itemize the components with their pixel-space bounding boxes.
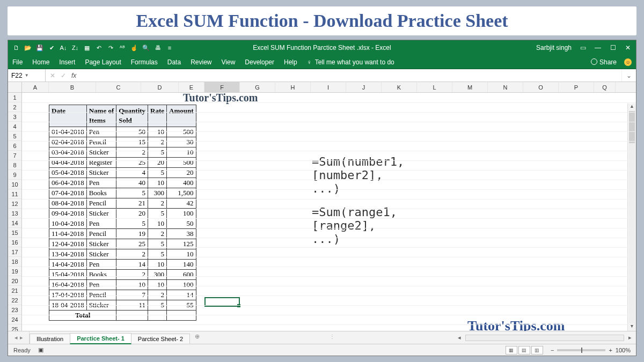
table-cell[interactable]: 100	[167, 280, 196, 290]
row-header-14[interactable]: 14	[8, 218, 21, 228]
tab-help[interactable]: Help	[284, 58, 297, 66]
row-header-25[interactable]: 25	[8, 324, 21, 331]
table-cell[interactable]: 50	[116, 127, 148, 137]
table-cell[interactable]: Register	[86, 158, 116, 168]
name-box[interactable]: F22 ▼	[8, 69, 46, 82]
table-cell[interactable]: 20	[148, 158, 167, 168]
table-cell[interactable]: Pencil	[86, 290, 116, 300]
row-header-2[interactable]: 2	[8, 102, 21, 112]
table-cell[interactable]: Pen	[86, 219, 116, 229]
restore-icon[interactable]: ☐	[609, 44, 617, 51]
table-cell[interactable]: 500	[167, 127, 196, 137]
scroll-left-icon[interactable]: ◂	[456, 334, 463, 341]
table-cell[interactable]: 10	[116, 280, 148, 290]
table-cell[interactable]: 5	[148, 249, 167, 260]
table-cell[interactable]: Sticker	[86, 249, 116, 260]
sheet-tab[interactable]: Parctice Sheet- 2	[131, 334, 190, 344]
formula-input[interactable]	[80, 69, 621, 82]
col-header-D[interactable]: D	[141, 82, 179, 92]
table-cell[interactable]: Sticker	[86, 147, 116, 158]
next-sheet-icon[interactable]: ▸	[20, 334, 23, 341]
table-cell[interactable]: 2	[148, 290, 167, 300]
row-header-21[interactable]: 21	[8, 286, 21, 295]
col-header-P[interactable]: P	[559, 82, 594, 92]
table-cell[interactable]: Sticker	[86, 209, 116, 219]
sheet-nav[interactable]: ◂ ▸	[8, 331, 30, 344]
table-cell[interactable]: 15	[116, 137, 148, 147]
macro-record-icon[interactable]: ▣	[38, 346, 43, 353]
table-cell[interactable]: 140	[167, 260, 196, 270]
table-cell[interactable]: Pen	[86, 280, 116, 290]
table-cell[interactable]: 2	[116, 147, 148, 158]
col-header-M[interactable]: M	[452, 82, 488, 92]
table-cell[interactable]: 08-04-2018	[49, 198, 87, 209]
zoom-in-icon[interactable]: +	[609, 347, 612, 353]
total-cell[interactable]	[116, 311, 148, 321]
enter-icon[interactable]: ✓	[61, 72, 66, 79]
table-cell[interactable]: 2	[148, 198, 167, 209]
row-header-15[interactable]: 15	[8, 228, 21, 238]
table-cell[interactable]: 05-04-2018	[49, 168, 87, 178]
table-cell[interactable]: 10	[167, 249, 196, 260]
page-break-view-icon[interactable]: ▥	[531, 346, 543, 354]
quickprint-icon[interactable]: 🖶	[154, 44, 162, 51]
table-cell[interactable]: 10	[148, 260, 167, 270]
add-sheet-button[interactable]: ⊕	[189, 331, 205, 344]
formula-expand-icon[interactable]: ⌄	[621, 69, 636, 82]
spellcheck-icon[interactable]: ✔	[48, 44, 55, 51]
row-header-23[interactable]: 23	[8, 305, 21, 315]
table-cell[interactable]: 21	[116, 198, 148, 209]
zoom-control[interactable]: − + 100%	[551, 347, 631, 353]
select-all-corner[interactable]	[8, 82, 21, 93]
sort-desc-icon[interactable]: Z↓	[71, 44, 79, 51]
table-cell[interactable]: 600	[167, 270, 196, 280]
row-header-3[interactable]: 3	[8, 112, 21, 122]
new-icon[interactable]: 🗋	[12, 44, 20, 51]
table-cell[interactable]: Pencil	[86, 137, 116, 147]
row-header-9[interactable]: 9	[8, 170, 21, 180]
col-header-N[interactable]: N	[488, 82, 523, 92]
normal-view-icon[interactable]: ▦	[506, 346, 517, 354]
close-icon[interactable]: ✕	[624, 44, 632, 51]
table-cell[interactable]: 10-04-2018	[49, 219, 87, 229]
row-header-10[interactable]: 10	[8, 180, 21, 189]
table-cell[interactable]: 5	[116, 219, 148, 229]
fill-handle[interactable]	[237, 304, 240, 307]
row-header-24[interactable]: 24	[8, 315, 21, 324]
table-cell[interactable]: 14-04-2018	[49, 260, 87, 270]
table-cell[interactable]: 2	[116, 249, 148, 260]
scroll-right-icon[interactable]: ▸	[626, 334, 634, 341]
sheet-tab[interactable]: Illustration	[30, 334, 70, 344]
col-header-F[interactable]: F	[204, 82, 240, 92]
fx-icon[interactable]: fx	[71, 72, 76, 79]
tell-me[interactable]: ♀ Tell me what you want to do	[307, 58, 394, 66]
table-cell[interactable]: 02-04-2018	[49, 137, 87, 147]
share-button[interactable]: Share	[591, 58, 617, 66]
table-cell[interactable]: 5	[148, 209, 167, 219]
table-cell[interactable]: 20	[167, 168, 196, 178]
row-header-4[interactable]: 4	[8, 122, 21, 131]
scroll-thumb[interactable]	[629, 111, 635, 143]
scroll-up-icon[interactable]: ▲	[628, 104, 636, 111]
col-header-B[interactable]: B	[49, 82, 96, 92]
sheet-tab[interactable]: Parctice Sheet- 1	[70, 333, 131, 344]
tab-page-layout[interactable]: Page Layout	[85, 58, 121, 66]
col-header-O[interactable]: O	[523, 82, 559, 92]
row-header-5[interactable]: 5	[8, 131, 21, 141]
horizontal-scrollbar[interactable]: ◂ ▸	[453, 331, 636, 344]
tab-file[interactable]: File	[12, 58, 23, 66]
table-cell[interactable]: 500	[167, 158, 196, 168]
table-cell[interactable]: 4	[116, 168, 148, 178]
tab-data[interactable]: Data	[167, 58, 181, 66]
table-cell[interactable]: 15-04-2018	[49, 270, 87, 280]
row-header-19[interactable]: 19	[8, 267, 21, 276]
col-header-Q[interactable]: Q	[594, 82, 616, 92]
abc-check-icon[interactable]: ᴬᴮ	[119, 44, 126, 51]
row-header-22[interactable]: 22	[8, 295, 21, 305]
table-cell[interactable]: 2	[116, 270, 148, 280]
tab-home[interactable]: Home	[32, 58, 49, 66]
tab-developer[interactable]: Developer	[245, 58, 274, 66]
table-cell[interactable]: 10	[148, 219, 167, 229]
prev-sheet-icon[interactable]: ◂	[14, 334, 18, 341]
table-cell[interactable]: 01-04-2018	[49, 127, 87, 137]
